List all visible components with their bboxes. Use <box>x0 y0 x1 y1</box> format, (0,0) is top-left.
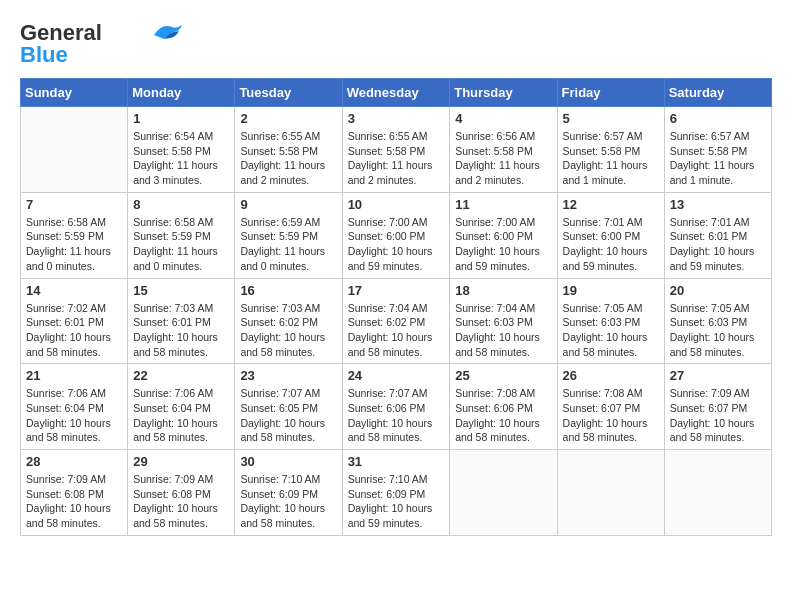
day-number: 16 <box>240 283 336 298</box>
calendar-table: SundayMondayTuesdayWednesdayThursdayFrid… <box>20 78 772 536</box>
calendar-cell: 1Sunrise: 6:54 AMSunset: 5:58 PMDaylight… <box>128 107 235 193</box>
calendar-cell: 7Sunrise: 6:58 AMSunset: 5:59 PMDaylight… <box>21 192 128 278</box>
day-info: Sunrise: 7:02 AMSunset: 6:01 PMDaylight:… <box>26 301 122 360</box>
calendar-cell: 9Sunrise: 6:59 AMSunset: 5:59 PMDaylight… <box>235 192 342 278</box>
calendar-cell: 3Sunrise: 6:55 AMSunset: 5:58 PMDaylight… <box>342 107 450 193</box>
day-number: 2 <box>240 111 336 126</box>
calendar-header-row: SundayMondayTuesdayWednesdayThursdayFrid… <box>21 79 772 107</box>
calendar-cell: 19Sunrise: 7:05 AMSunset: 6:03 PMDayligh… <box>557 278 664 364</box>
day-number: 8 <box>133 197 229 212</box>
day-number: 24 <box>348 368 445 383</box>
day-info: Sunrise: 7:01 AMSunset: 6:01 PMDaylight:… <box>670 215 766 274</box>
day-info: Sunrise: 6:57 AMSunset: 5:58 PMDaylight:… <box>670 129 766 188</box>
day-info: Sunrise: 7:04 AMSunset: 6:02 PMDaylight:… <box>348 301 445 360</box>
day-number: 3 <box>348 111 445 126</box>
day-number: 20 <box>670 283 766 298</box>
day-info: Sunrise: 7:09 AMSunset: 6:08 PMDaylight:… <box>26 472 122 531</box>
day-number: 22 <box>133 368 229 383</box>
calendar-cell: 26Sunrise: 7:08 AMSunset: 6:07 PMDayligh… <box>557 364 664 450</box>
calendar-cell <box>21 107 128 193</box>
day-info: Sunrise: 6:57 AMSunset: 5:58 PMDaylight:… <box>563 129 659 188</box>
calendar-cell: 15Sunrise: 7:03 AMSunset: 6:01 PMDayligh… <box>128 278 235 364</box>
calendar-cell: 11Sunrise: 7:00 AMSunset: 6:00 PMDayligh… <box>450 192 557 278</box>
calendar-header-monday: Monday <box>128 79 235 107</box>
calendar-cell: 27Sunrise: 7:09 AMSunset: 6:07 PMDayligh… <box>664 364 771 450</box>
day-info: Sunrise: 7:03 AMSunset: 6:01 PMDaylight:… <box>133 301 229 360</box>
day-number: 6 <box>670 111 766 126</box>
day-number: 31 <box>348 454 445 469</box>
day-info: Sunrise: 7:04 AMSunset: 6:03 PMDaylight:… <box>455 301 551 360</box>
day-number: 27 <box>670 368 766 383</box>
calendar-cell: 10Sunrise: 7:00 AMSunset: 6:00 PMDayligh… <box>342 192 450 278</box>
day-info: Sunrise: 6:58 AMSunset: 5:59 PMDaylight:… <box>133 215 229 274</box>
logo: General Blue <box>20 20 184 68</box>
day-info: Sunrise: 7:05 AMSunset: 6:03 PMDaylight:… <box>670 301 766 360</box>
calendar-cell: 28Sunrise: 7:09 AMSunset: 6:08 PMDayligh… <box>21 450 128 536</box>
calendar-cell: 30Sunrise: 7:10 AMSunset: 6:09 PMDayligh… <box>235 450 342 536</box>
calendar-week-3: 14Sunrise: 7:02 AMSunset: 6:01 PMDayligh… <box>21 278 772 364</box>
day-info: Sunrise: 7:06 AMSunset: 6:04 PMDaylight:… <box>26 386 122 445</box>
calendar-cell: 17Sunrise: 7:04 AMSunset: 6:02 PMDayligh… <box>342 278 450 364</box>
day-info: Sunrise: 6:55 AMSunset: 5:58 PMDaylight:… <box>240 129 336 188</box>
day-number: 10 <box>348 197 445 212</box>
day-number: 4 <box>455 111 551 126</box>
day-info: Sunrise: 7:06 AMSunset: 6:04 PMDaylight:… <box>133 386 229 445</box>
calendar-cell <box>557 450 664 536</box>
day-info: Sunrise: 6:56 AMSunset: 5:58 PMDaylight:… <box>455 129 551 188</box>
calendar-cell: 31Sunrise: 7:10 AMSunset: 6:09 PMDayligh… <box>342 450 450 536</box>
day-number: 30 <box>240 454 336 469</box>
day-number: 23 <box>240 368 336 383</box>
calendar-cell: 14Sunrise: 7:02 AMSunset: 6:01 PMDayligh… <box>21 278 128 364</box>
calendar-cell: 6Sunrise: 6:57 AMSunset: 5:58 PMDaylight… <box>664 107 771 193</box>
calendar-cell: 5Sunrise: 6:57 AMSunset: 5:58 PMDaylight… <box>557 107 664 193</box>
day-number: 9 <box>240 197 336 212</box>
logo-bird-icon <box>154 23 184 41</box>
calendar-cell: 22Sunrise: 7:06 AMSunset: 6:04 PMDayligh… <box>128 364 235 450</box>
day-info: Sunrise: 7:07 AMSunset: 6:05 PMDaylight:… <box>240 386 336 445</box>
day-info: Sunrise: 7:10 AMSunset: 6:09 PMDaylight:… <box>240 472 336 531</box>
day-info: Sunrise: 7:09 AMSunset: 6:07 PMDaylight:… <box>670 386 766 445</box>
day-number: 21 <box>26 368 122 383</box>
calendar-header-friday: Friday <box>557 79 664 107</box>
day-number: 17 <box>348 283 445 298</box>
day-info: Sunrise: 7:01 AMSunset: 6:00 PMDaylight:… <box>563 215 659 274</box>
day-number: 19 <box>563 283 659 298</box>
calendar-week-4: 21Sunrise: 7:06 AMSunset: 6:04 PMDayligh… <box>21 364 772 450</box>
calendar-cell: 21Sunrise: 7:06 AMSunset: 6:04 PMDayligh… <box>21 364 128 450</box>
calendar-header-tuesday: Tuesday <box>235 79 342 107</box>
day-info: Sunrise: 7:08 AMSunset: 6:07 PMDaylight:… <box>563 386 659 445</box>
calendar-cell: 25Sunrise: 7:08 AMSunset: 6:06 PMDayligh… <box>450 364 557 450</box>
day-number: 26 <box>563 368 659 383</box>
day-number: 1 <box>133 111 229 126</box>
day-info: Sunrise: 7:00 AMSunset: 6:00 PMDaylight:… <box>455 215 551 274</box>
calendar-cell: 20Sunrise: 7:05 AMSunset: 6:03 PMDayligh… <box>664 278 771 364</box>
day-number: 14 <box>26 283 122 298</box>
header: General Blue <box>20 20 772 68</box>
calendar-cell: 23Sunrise: 7:07 AMSunset: 6:05 PMDayligh… <box>235 364 342 450</box>
calendar-cell: 12Sunrise: 7:01 AMSunset: 6:00 PMDayligh… <box>557 192 664 278</box>
day-number: 5 <box>563 111 659 126</box>
calendar-header-sunday: Sunday <box>21 79 128 107</box>
day-number: 7 <box>26 197 122 212</box>
day-number: 29 <box>133 454 229 469</box>
day-number: 15 <box>133 283 229 298</box>
calendar-cell: 16Sunrise: 7:03 AMSunset: 6:02 PMDayligh… <box>235 278 342 364</box>
page-container: General Blue SundayMondayTuesdayWednesda… <box>20 20 772 536</box>
calendar-header-saturday: Saturday <box>664 79 771 107</box>
calendar-cell <box>664 450 771 536</box>
day-number: 11 <box>455 197 551 212</box>
calendar-cell: 24Sunrise: 7:07 AMSunset: 6:06 PMDayligh… <box>342 364 450 450</box>
day-info: Sunrise: 6:54 AMSunset: 5:58 PMDaylight:… <box>133 129 229 188</box>
day-info: Sunrise: 7:03 AMSunset: 6:02 PMDaylight:… <box>240 301 336 360</box>
day-info: Sunrise: 7:07 AMSunset: 6:06 PMDaylight:… <box>348 386 445 445</box>
day-info: Sunrise: 6:55 AMSunset: 5:58 PMDaylight:… <box>348 129 445 188</box>
day-number: 18 <box>455 283 551 298</box>
calendar-cell: 18Sunrise: 7:04 AMSunset: 6:03 PMDayligh… <box>450 278 557 364</box>
day-number: 25 <box>455 368 551 383</box>
calendar-cell: 29Sunrise: 7:09 AMSunset: 6:08 PMDayligh… <box>128 450 235 536</box>
calendar-cell: 2Sunrise: 6:55 AMSunset: 5:58 PMDaylight… <box>235 107 342 193</box>
logo-blue: Blue <box>20 42 68 68</box>
day-info: Sunrise: 7:09 AMSunset: 6:08 PMDaylight:… <box>133 472 229 531</box>
calendar-week-5: 28Sunrise: 7:09 AMSunset: 6:08 PMDayligh… <box>21 450 772 536</box>
day-info: Sunrise: 6:59 AMSunset: 5:59 PMDaylight:… <box>240 215 336 274</box>
